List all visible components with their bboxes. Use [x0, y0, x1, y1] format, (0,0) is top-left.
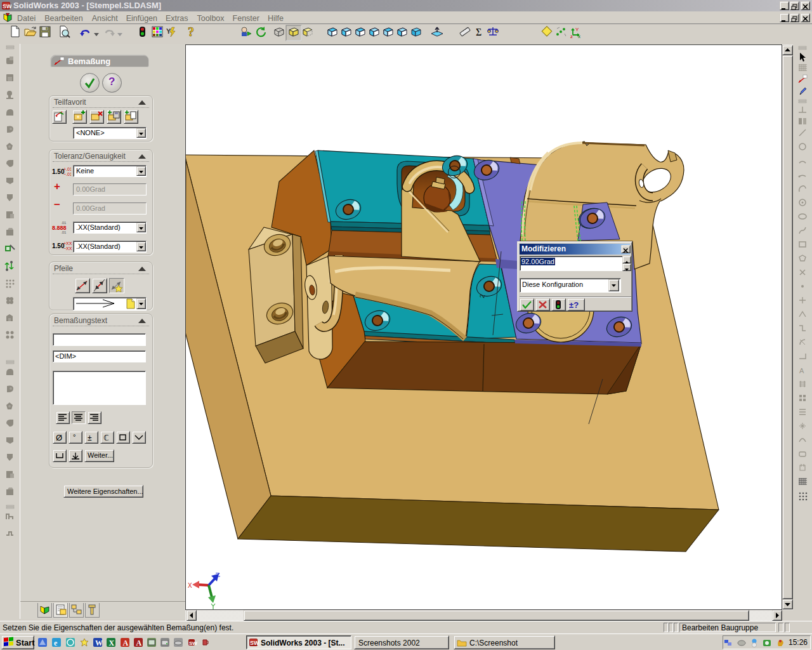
svg-text:e: e: [54, 639, 58, 647]
svg-text:A: A: [136, 639, 142, 647]
svg-text:Y: Y: [575, 27, 579, 32]
svg-text:°: °: [73, 433, 75, 441]
svg-text:?: ?: [188, 25, 194, 39]
svg-text:SW: SW: [3, 3, 11, 10]
svg-text:Ø: Ø: [56, 433, 62, 442]
svg-text:+XX: +XX: [63, 241, 72, 246]
svg-text:A: A: [799, 367, 804, 375]
svg-text:ℂ: ℂ: [103, 434, 109, 442]
svg-text:SW: SW: [189, 640, 197, 646]
svg-text:±?: ±?: [569, 300, 579, 310]
svg-text:SW: SW: [250, 640, 259, 646]
svg-text:±: ±: [88, 434, 92, 442]
svg-text:Σ: Σ: [476, 27, 481, 37]
svg-text:.01: .01: [61, 230, 67, 234]
svg-text:−.01: −.01: [63, 172, 71, 176]
svg-text:X: X: [109, 639, 115, 647]
svg-text:W: W: [95, 639, 103, 647]
svg-text:+.01: +.01: [63, 167, 71, 171]
svg-text:1.50: 1.50: [52, 168, 65, 175]
svg-text:z: z: [570, 34, 573, 39]
svg-text:−XX: −XX: [63, 246, 72, 251]
svg-text:X: X: [188, 582, 192, 589]
svg-text:A: A: [123, 639, 129, 647]
svg-text:1.50: 1.50: [52, 242, 65, 249]
svg-text:x: x: [578, 34, 580, 39]
